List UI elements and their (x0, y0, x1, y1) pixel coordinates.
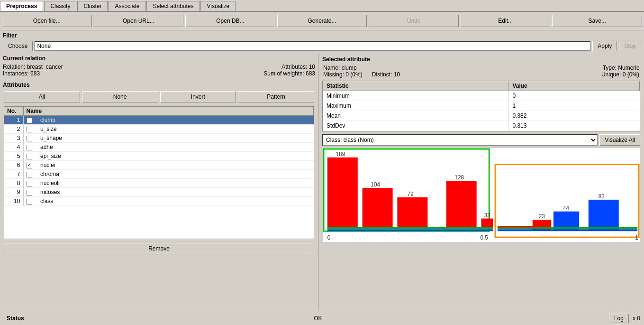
generate-button[interactable]: Generate... (277, 15, 367, 27)
svg-rect-8 (446, 181, 477, 228)
attr-checkbox[interactable] (23, 152, 37, 161)
tab-preprocess[interactable]: Preprocess (0, 1, 43, 11)
table-row[interactable]: 9mitoses (4, 188, 314, 197)
table-row[interactable]: 8nucleoli (4, 179, 314, 188)
tab-classify[interactable]: Classify (44, 1, 76, 11)
stat-value: 0.382 (508, 111, 640, 121)
edit-button[interactable]: Edit... (461, 15, 551, 27)
attributes-section: Attributes All None Invert Pattern No. N… (0, 80, 318, 256)
col-no: No. (4, 107, 23, 116)
attr-unique-value: 0 (0%) (623, 71, 639, 78)
visualize-all-button[interactable]: Visualize All (599, 134, 640, 146)
open-db-button[interactable]: Open DB... (185, 15, 275, 27)
remove-btn-container: Remove (0, 241, 318, 256)
attr-checkbox[interactable] (23, 143, 37, 152)
stats-table-container: Statistic Value Minimum0Maximum1Mean0.38… (322, 81, 640, 131)
attr-name: adhe (37, 143, 314, 152)
attr-no: 8 (4, 179, 23, 188)
attributes-table: No. Name 1clump2u_size3u_shape4adhe5epi_… (4, 107, 314, 206)
attr-no: 1 (4, 116, 23, 125)
svg-text:23: 23 (539, 213, 545, 220)
attr-type-label: Type: (603, 65, 617, 71)
pattern-button[interactable]: Pattern (238, 91, 314, 102)
attr-type-value: Numeric (618, 65, 639, 71)
attr-name: clump (37, 116, 314, 125)
tab-visualize[interactable]: Visualize (200, 1, 236, 11)
svg-rect-10 (481, 219, 493, 228)
svg-text:1: 1 (635, 234, 638, 241)
stats-header-row: Statistic Value (323, 81, 640, 91)
table-row[interactable]: 5epi_size (4, 152, 314, 161)
attr-distinct-label: Distinct: (372, 71, 392, 78)
table-row[interactable]: 1clump (4, 116, 314, 125)
tab-cluster[interactable]: Cluster (77, 1, 108, 11)
col-name: Name (23, 107, 314, 116)
attr-no: 7 (4, 170, 23, 179)
attr-checkbox[interactable] (23, 188, 37, 197)
attr-missing-value: 0 (0%) (345, 71, 362, 78)
status-ok-text: OK (314, 315, 322, 322)
undo-button[interactable]: Undo (369, 15, 459, 27)
svg-text:128: 128 (454, 174, 464, 181)
right-panel: Selected attribute Name: clump Missing: … (318, 53, 644, 316)
invert-button[interactable]: Invert (160, 91, 236, 102)
sum-weights-label: Sum of weights: (263, 70, 304, 77)
table-row[interactable]: 2u_size (4, 125, 314, 134)
attr-checkbox[interactable] (23, 116, 37, 125)
svg-text:104: 104 (371, 181, 380, 188)
attr-checkbox[interactable] (23, 161, 37, 170)
attr-name: nucleoli (37, 179, 314, 188)
class-row: Class: class (Nom) Visualize All (322, 134, 640, 146)
attr-no: 2 (4, 125, 23, 134)
all-button[interactable]: All (4, 91, 80, 102)
save-button[interactable]: Save... (552, 15, 642, 27)
attr-checkbox[interactable] (23, 125, 37, 134)
stat-name: Minimum (323, 91, 508, 101)
attributes-table-container: No. Name 1clump2u_size3u_shape4adhe5epi_… (4, 106, 314, 239)
attr-no: 3 (4, 134, 23, 143)
attr-checkbox[interactable] (23, 134, 37, 143)
attr-checkbox[interactable] (23, 179, 37, 188)
attr-checkbox[interactable] (23, 197, 37, 206)
table-row[interactable]: 3u_shape (4, 134, 314, 143)
attr-no: 5 (4, 152, 23, 161)
table-row[interactable]: 10class (4, 197, 314, 206)
remove-button[interactable]: Remove (4, 243, 314, 254)
open-url-button[interactable]: Open URL... (94, 15, 184, 27)
relation-value: breast_cancer (27, 64, 63, 70)
attr-name: mitoses (37, 188, 314, 197)
class-select[interactable]: Class: class (Nom) (322, 134, 598, 146)
attr-no: 6 (4, 161, 23, 170)
current-relation-title: Current relation (0, 53, 318, 63)
tab-associate[interactable]: Associate (109, 1, 145, 11)
open-file-button[interactable]: Open file... (2, 15, 92, 27)
multiplier-text: x 0 (633, 315, 640, 322)
stats-row: Minimum0 (323, 91, 640, 101)
attr-no: 9 (4, 188, 23, 197)
attr-checkbox[interactable] (23, 170, 37, 179)
svg-text:189: 189 (336, 151, 345, 158)
apply-button[interactable]: Apply (592, 41, 617, 51)
choose-button[interactable]: Choose (3, 41, 33, 51)
table-row[interactable]: 7chroma (4, 170, 314, 179)
svg-text:79: 79 (407, 191, 414, 197)
filter-input[interactable] (35, 41, 590, 51)
table-row[interactable]: 6nuclei (4, 161, 314, 170)
toolbar: Open file... Open URL... Open DB... Gene… (0, 12, 644, 30)
chart-svg: 189 104 79 128 33 (323, 148, 640, 242)
attr-no: 4 (4, 143, 23, 152)
tab-select-attributes[interactable]: Select attributes (146, 1, 200, 11)
table-row[interactable]: 4adhe (4, 143, 314, 152)
relation-label: Relation: (3, 64, 25, 70)
stat-name: StdDev (323, 121, 508, 131)
relation-info: Relation: breast_cancer Instances: 683 A… (0, 63, 318, 78)
none-button[interactable]: None (82, 91, 158, 102)
stat-value: 0.313 (508, 121, 640, 131)
log-button[interactable]: Log (609, 314, 629, 323)
svg-text:0: 0 (327, 234, 331, 241)
stop-button[interactable]: Stop (619, 41, 641, 51)
attr-distinct-value: 10 (394, 71, 400, 78)
attr-name: u_size (37, 125, 314, 134)
stat-name: Maximum (323, 101, 508, 111)
svg-rect-14 (589, 200, 619, 230)
